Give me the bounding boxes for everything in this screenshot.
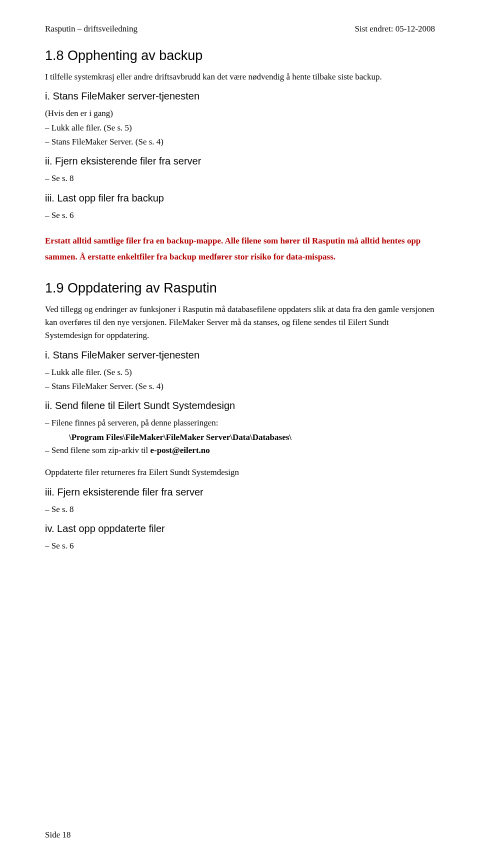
section-1-8-intro: I tilfelle systemkrasj eller andre drift… (45, 70, 435, 84)
s19-step-ii-2-pre: – Send filene som zip-arkiv til (45, 446, 150, 455)
s19-step-iii-title: iii. Fjern eksisterende filer fra server (45, 486, 435, 498)
s19-mid-note: Oppdaterte filer returneres fra Eilert S… (45, 466, 435, 479)
step-ii-title: ii. Fjern eksisterende filer fra server (45, 156, 435, 167)
s19-step-ii-title: ii. Send filene til Eilert Sundt Systemd… (45, 400, 435, 412)
section-1-9-intro: Ved tillegg og endringer av funksjoner i… (45, 303, 435, 342)
warning-text: Erstatt alltid samtlige filer fra en bac… (45, 233, 435, 266)
header-left: Rasputin – driftsveiledning (45, 24, 138, 34)
s19-step-iv-title: iv. Last opp oppdaterte filer (45, 523, 435, 534)
page-footer: Side 18 (45, 830, 70, 840)
step-iii-1: – Se s. 6 (45, 209, 435, 222)
section-1-8-title: 1.8 Opphenting av backup (45, 48, 435, 64)
step-i-2: – Stans FileMaker Server. (Se s. 4) (45, 136, 435, 148)
header-right: Sist endret: 05-12-2008 (354, 24, 435, 34)
s19-step-ii-2: – Send filene som zip-arkiv til e-post@e… (45, 444, 435, 457)
s19-step-ii-2-email: e-post@eilert.no (150, 446, 210, 455)
step-i-1: – Lukk alle filer. (Se s. 5) (45, 122, 435, 134)
s19-step-i-1: – Lukk alle filer. (Se s. 5) (45, 366, 435, 379)
s19-step-i-title: i. Stans FileMaker server-tjenesten (45, 350, 435, 361)
step-ii-1: – Se s. 8 (45, 172, 435, 185)
section-1-9-title: 1.9 Oppdatering av Rasputin (45, 280, 435, 296)
step-i-note: (Hvis den er i gang) (45, 107, 435, 120)
s19-step-ii-1: – Filene finnes på serveren, på denne pl… (45, 416, 435, 430)
step-iii-title: iii. Last opp filer fra backup (45, 192, 435, 204)
s19-step-iii-1: – Se s. 8 (45, 503, 435, 516)
s19-step-ii-path: \Program Files\FileMaker\FileMaker Serve… (69, 431, 435, 444)
page-header: Rasputin – driftsveiledning Sist endret:… (45, 24, 435, 34)
s19-step-iv-1: – Se s. 6 (45, 540, 435, 552)
s19-step-i-2: – Stans FileMaker Server. (Se s. 4) (45, 380, 435, 393)
step-i-title: i. Stans FileMaker server-tjenesten (45, 90, 435, 102)
